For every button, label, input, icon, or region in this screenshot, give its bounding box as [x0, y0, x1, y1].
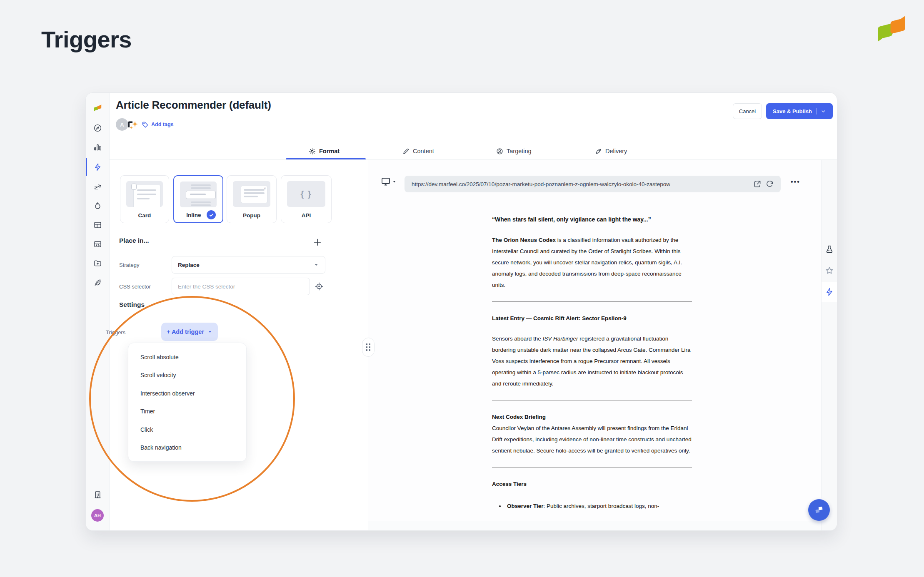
strategy-select[interactable]: Replace — [172, 256, 325, 274]
inline-thumbnail — [180, 182, 217, 207]
more-options-button[interactable]: ••• — [791, 178, 800, 186]
button-divider — [816, 108, 817, 114]
sidebar-lightning-icon[interactable] — [92, 162, 103, 172]
card-thumbnail — [126, 181, 163, 207]
window-title: Article Recommender (default) — [116, 99, 271, 112]
add-placement-button[interactable] — [313, 238, 322, 247]
trigger-menu-item-scroll-absolute[interactable]: Scroll absolute — [128, 348, 246, 366]
pencil-icon — [402, 148, 410, 155]
preview-bottom-strip — [368, 521, 821, 530]
trigger-dropdown-menu: Scroll absolute Scroll velocity Intersec… — [128, 343, 247, 462]
marfeel-fab-logo-icon — [814, 505, 824, 515]
place-in-heading: Place in... — [119, 237, 149, 244]
sidebar-active-indicator — [86, 158, 87, 176]
tag-icon — [142, 121, 149, 128]
lightning-tool-icon[interactable] — [825, 287, 834, 296]
tab-content[interactable]: Content — [402, 144, 434, 158]
device-selector[interactable] — [381, 177, 396, 187]
sidebar-compass-icon[interactable] — [92, 122, 103, 133]
css-selector-input[interactable] — [172, 278, 310, 295]
article-divider — [492, 400, 692, 400]
grip-dots-icon — [366, 343, 371, 351]
user-avatar[interactable]: AH — [91, 509, 104, 522]
api-thumbnail: { } — [287, 181, 325, 207]
page: Triggers — [0, 0, 924, 577]
chevron-down-icon — [207, 329, 212, 334]
article-briefing-paragraph: Councilor Veylan of the Antares Assembly… — [492, 423, 692, 456]
selected-check-icon — [207, 210, 216, 219]
tab-targeting[interactable]: Targeting — [496, 144, 532, 158]
open-external-icon[interactable] — [753, 180, 762, 188]
tab-format[interactable]: Format — [309, 144, 340, 158]
article-quote: “When stars fall silent, only vigilance … — [492, 214, 692, 225]
right-toolbar — [821, 160, 837, 530]
article-entry-paragraph: Sensors aboard the ISV Harbinger registe… — [492, 333, 692, 389]
sidebar-building-icon[interactable] — [92, 489, 103, 500]
sidebar-flame-icon[interactable] — [92, 200, 103, 211]
trigger-menu-item-intersection-observer[interactable]: Intersection observer — [128, 384, 246, 403]
crosshair-picker-icon[interactable] — [315, 282, 324, 291]
add-tags-button[interactable]: Add tags — [142, 121, 173, 128]
marfeel-logo-icon — [875, 13, 908, 45]
triggers-label: Triggers — [106, 329, 125, 336]
article-content: “When stars fall silent, only vigilance … — [492, 214, 692, 512]
sidebar-code-window-icon[interactable] — [92, 239, 103, 249]
sidebar-bar-chart-icon[interactable] — [92, 142, 103, 152]
left-sidebar: AH — [86, 93, 110, 530]
trigger-menu-item-scroll-velocity[interactable]: Scroll velocity — [128, 366, 246, 385]
flask-icon[interactable] — [825, 245, 834, 254]
chevron-down-icon — [313, 262, 319, 268]
preview-panel: https://dev.marfeel.co/2025/07/10/pozar-… — [368, 160, 821, 530]
sidebar-layout-icon[interactable] — [92, 219, 103, 230]
article-briefing-heading: Next Codex Briefing — [492, 411, 692, 423]
save-publish-button[interactable]: Save & Publish — [766, 103, 833, 119]
add-trigger-button[interactable]: + Add trigger — [161, 323, 218, 341]
css-selector-label: CSS selector — [119, 284, 151, 290]
ai-sparkle-icon — [126, 118, 138, 131]
format-card-popup[interactable]: ✕ Popup — [227, 175, 277, 223]
tab-delivery[interactable]: Delivery — [595, 144, 627, 158]
person-circle-icon — [496, 148, 503, 155]
article-intro: The Orion Nexus Codex is a classified in… — [492, 234, 692, 291]
sidebar-folder-icon[interactable] — [92, 258, 103, 269]
sidebar-leaf-icon[interactable] — [92, 277, 103, 288]
page-title: Triggers — [41, 26, 132, 53]
article-tiers-heading: Access Tiers — [492, 478, 692, 490]
popup-thumbnail: ✕ — [233, 181, 270, 207]
strategy-label: Strategy — [119, 262, 139, 268]
monitor-icon — [381, 177, 391, 187]
url-text: https://dev.marfeel.co/2025/07/10/pozar-… — [412, 181, 670, 187]
app-window: AH Article Recommender (default) A Add t… — [85, 92, 837, 531]
article-divider — [492, 467, 692, 468]
rocket-icon — [595, 148, 602, 155]
refresh-icon[interactable] — [766, 180, 774, 188]
trigger-menu-item-back-navigation[interactable]: Back navigation — [128, 439, 246, 457]
gear-icon — [309, 148, 316, 155]
sidebar-marfeel-logo-icon[interactable] — [92, 102, 103, 113]
star-icon[interactable] — [825, 266, 834, 275]
trigger-menu-item-timer[interactable]: Timer — [128, 403, 246, 421]
article-tier-item: Observer Tier: Public archives, starport… — [505, 500, 692, 512]
marfeel-assistant-button[interactable] — [808, 499, 830, 521]
settings-heading: Settings — [119, 301, 145, 308]
trigger-menu-item-click[interactable]: Click — [128, 420, 246, 439]
chevron-down-icon — [392, 180, 396, 184]
panel-resize-handle[interactable] — [362, 338, 375, 357]
sidebar-boost-icon[interactable] — [92, 181, 103, 192]
chevron-down-icon — [821, 109, 826, 114]
format-card-card[interactable]: Card — [120, 175, 169, 223]
url-bar[interactable]: https://dev.marfeel.co/2025/07/10/pozar-… — [405, 176, 781, 192]
article-divider — [492, 301, 692, 302]
format-card-inline[interactable]: Inline — [173, 175, 223, 223]
format-card-api[interactable]: { } API — [281, 175, 332, 223]
cancel-button[interactable]: Cancel — [733, 103, 762, 119]
article-entry-heading: Latest Entry — Cosmic Rift Alert: Sector… — [492, 313, 692, 324]
article-tier-list: Observer Tier: Public archives, starport… — [492, 500, 692, 512]
